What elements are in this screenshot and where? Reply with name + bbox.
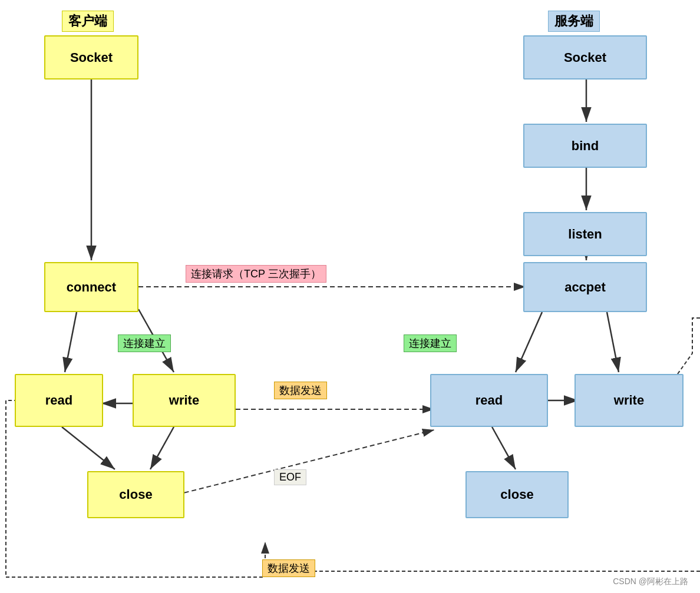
svg-line-9 bbox=[516, 312, 542, 372]
svg-line-8 bbox=[65, 312, 77, 372]
watermark: CSDN @阿彬在上路 bbox=[613, 577, 688, 587]
svg-line-10 bbox=[607, 312, 619, 372]
client-write-box: write bbox=[133, 374, 236, 427]
server-listen-box: listen bbox=[523, 212, 647, 256]
data-send2-label: 数据发送 bbox=[262, 559, 315, 577]
server-label: 服务端 bbox=[548, 11, 600, 32]
server-read-box: read bbox=[430, 374, 548, 427]
server-socket-box: Socket bbox=[523, 35, 647, 79]
server-accpet-box: accpet bbox=[523, 262, 647, 312]
conn-established-client-label: 连接建立 bbox=[118, 334, 171, 352]
server-write-box: write bbox=[574, 374, 684, 427]
data-send-label: 数据发送 bbox=[274, 382, 327, 399]
conn-established-server-label: 连接建立 bbox=[404, 334, 457, 352]
client-close-box: close bbox=[87, 471, 184, 518]
client-read-box: read bbox=[15, 374, 103, 427]
server-bind-box: bind bbox=[523, 124, 647, 168]
client-label: 客户端 bbox=[62, 11, 114, 32]
client-socket-box: Socket bbox=[44, 35, 138, 79]
connect-request-label: 连接请求（TCP 三次握手） bbox=[186, 265, 326, 283]
diagram-container: 客户端 服务端 bbox=[0, 0, 700, 593]
svg-line-14 bbox=[62, 427, 115, 469]
client-connect-box: connect bbox=[44, 262, 138, 312]
eof-label: EOF bbox=[274, 469, 306, 485]
server-close-box: close bbox=[465, 471, 569, 518]
svg-line-17 bbox=[492, 427, 516, 469]
svg-line-15 bbox=[150, 427, 174, 469]
